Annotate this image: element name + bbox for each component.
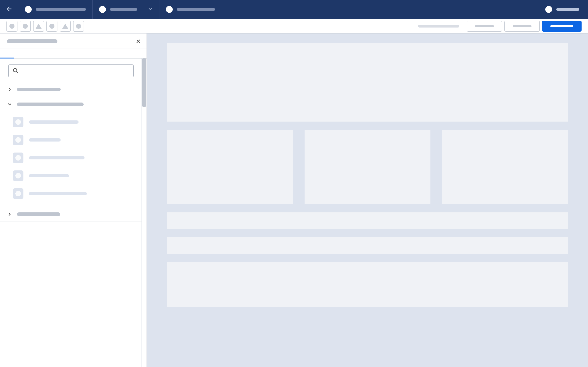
nav-breadcrumb-1[interactable] (18, 0, 93, 19)
tree-child-2[interactable] (11, 131, 141, 149)
tool-triangle-1[interactable] (33, 21, 44, 32)
button-label (475, 25, 494, 27)
user-menu[interactable] (539, 0, 588, 19)
tree-child-label (29, 192, 87, 195)
panel-header (0, 33, 147, 48)
item-thumb-icon (13, 170, 23, 181)
tree-child-1[interactable] (11, 113, 141, 131)
nav-label (110, 8, 137, 11)
scrollbar-thumb[interactable] (142, 58, 146, 107)
primary-button[interactable] (542, 21, 582, 32)
circle-icon (76, 24, 81, 29)
tree-child-label (29, 174, 69, 177)
panel-tabs (0, 48, 147, 58)
panel-title (7, 39, 57, 43)
tool-circle-1[interactable] (6, 21, 17, 32)
item-thumb-icon (13, 188, 23, 199)
tree-item-2-children (0, 112, 141, 207)
tree-item-1[interactable] (0, 82, 141, 97)
circle-icon (49, 24, 54, 29)
chevron-right-icon (7, 211, 12, 217)
tree-child-3[interactable] (11, 149, 141, 167)
thin-block-1 (167, 212, 568, 229)
scrollbar[interactable] (141, 58, 147, 367)
secondary-button-a[interactable] (467, 21, 502, 32)
user-label (556, 8, 579, 11)
item-thumb-icon (13, 117, 23, 127)
tool-circle-4[interactable] (73, 21, 84, 32)
tree-child-label (29, 138, 61, 142)
card-block-1 (167, 130, 293, 204)
chevron-down-icon (7, 102, 12, 107)
tree-item-3[interactable] (0, 207, 141, 222)
svg-line-4 (17, 72, 18, 73)
nav-label (177, 8, 215, 11)
button-label (513, 25, 531, 27)
circle-icon (9, 24, 15, 29)
circle-icon (23, 24, 28, 29)
nav-breadcrumb-2[interactable] (93, 0, 159, 19)
top-nav (0, 0, 588, 19)
medium-block (167, 262, 568, 307)
close-button[interactable] (136, 39, 141, 44)
hero-block (167, 43, 568, 122)
tree-item-label (17, 88, 61, 91)
tool-circle-3[interactable] (46, 21, 57, 32)
tree-child-label (29, 120, 78, 124)
button-label (550, 25, 573, 27)
search-row (0, 58, 141, 82)
tool-circle-2[interactable] (20, 21, 31, 32)
main-split (0, 33, 588, 367)
toolbar-status-text (418, 25, 459, 27)
tree-child-4[interactable] (11, 167, 141, 185)
nav-dot-icon (99, 6, 106, 13)
tool-triangle-2[interactable] (60, 21, 71, 32)
card-block-3 (442, 130, 568, 204)
nav-breadcrumb-3[interactable] (159, 0, 221, 19)
toolbar (0, 19, 588, 33)
panel-body (0, 58, 147, 367)
tab-2[interactable] (14, 48, 27, 58)
chevron-down-icon (148, 6, 153, 12)
tree-child-5[interactable] (11, 185, 141, 202)
arrow-left-icon (6, 6, 13, 13)
chevron-right-icon (7, 87, 12, 92)
tree-child-label (29, 156, 85, 159)
search-box[interactable] (8, 65, 134, 77)
card-block-2 (304, 130, 431, 204)
back-button[interactable] (0, 0, 18, 19)
item-thumb-icon (13, 152, 23, 163)
nav-label (36, 8, 86, 11)
canvas (147, 33, 588, 367)
side-panel (0, 33, 147, 367)
tree-item-label (17, 102, 84, 106)
tab-1[interactable] (0, 48, 14, 58)
panel-scroll-content (0, 58, 141, 367)
nav-dot-icon (25, 6, 32, 13)
item-thumb-icon (13, 135, 23, 145)
tree-item-2[interactable] (0, 97, 141, 112)
thin-block-2 (167, 237, 568, 254)
secondary-button-b[interactable] (504, 21, 540, 32)
search-icon (12, 67, 18, 74)
search-input[interactable] (21, 68, 130, 74)
avatar (545, 6, 552, 13)
nav-dot-icon (166, 6, 173, 13)
triangle-icon (36, 24, 42, 29)
tree-item-label (17, 212, 60, 216)
triangle-icon (62, 24, 68, 29)
close-icon (136, 41, 141, 45)
three-column-row (167, 130, 568, 204)
